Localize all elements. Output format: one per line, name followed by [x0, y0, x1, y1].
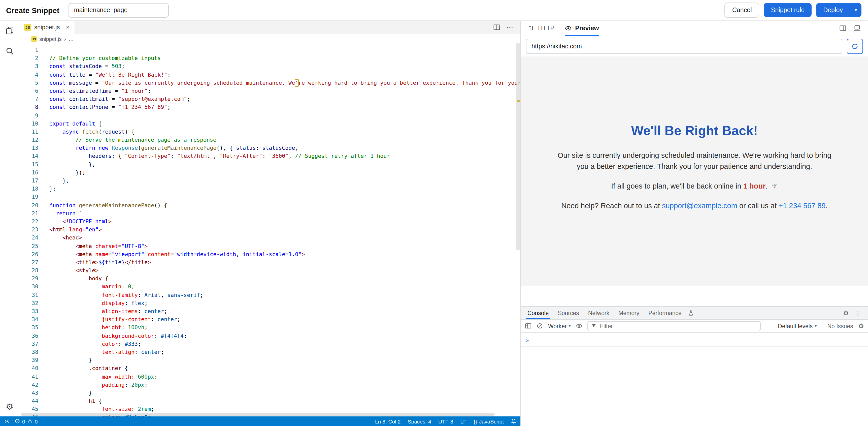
devtools-kebab-menu-icon[interactable]: ⋮ [855, 310, 861, 316]
line-number[interactable]: 11 [19, 128, 38, 136]
line-number[interactable]: 9 [19, 112, 38, 120]
tab-snippet-js[interactable]: JS snippet.js × [19, 20, 75, 34]
settings-gear-icon[interactable]: ⚙ [6, 403, 13, 411]
url-input[interactable] [526, 38, 842, 54]
line-number[interactable]: 32 [19, 300, 38, 308]
line-number[interactable]: 33 [19, 308, 38, 316]
code-line[interactable]: 17 }, [19, 177, 520, 185]
code-line[interactable]: 18}; [19, 185, 520, 193]
line-number[interactable]: 22 [19, 218, 38, 226]
deploy-button[interactable]: Deploy [816, 3, 850, 17]
line-number[interactable]: 42 [19, 381, 38, 389]
code-line[interactable]: 14 headers: { "Content-Type": "text/html… [19, 152, 520, 161]
snippet-rule-button[interactable]: Snippet rule [764, 3, 812, 17]
line-number[interactable]: 5 [19, 79, 38, 87]
code-line[interactable]: 4const title = "We'll Be Right Back!"; [19, 71, 520, 79]
breadcrumb-more[interactable]: … [68, 36, 74, 42]
line-number[interactable]: 39 [19, 357, 38, 365]
panel-layout-icon[interactable] [839, 24, 846, 31]
close-tab-icon[interactable]: × [66, 24, 69, 31]
code-line[interactable]: 29 body { [19, 275, 520, 283]
issues-counter[interactable]: No Issues [827, 323, 853, 329]
console-filter[interactable] [587, 321, 761, 331]
code-line[interactable]: 7const contactEmail = "support@example.c… [19, 95, 520, 103]
device-icon[interactable] [854, 25, 861, 31]
eol-sequence[interactable]: LF [460, 418, 466, 424]
devtools-tab-console[interactable]: Console [523, 307, 553, 319]
code-line[interactable]: 5const message = "Our site is currently … [19, 79, 520, 87]
code-line[interactable]: 39 } [19, 357, 520, 365]
cursor-position[interactable]: Ln 8, Col 2 [375, 418, 401, 424]
code-line[interactable]: 19 [19, 193, 520, 201]
code-line[interactable]: 41 max-width: 600px; [19, 373, 520, 381]
line-number[interactable]: 21 [19, 210, 38, 218]
code-line[interactable]: 37 color: #333; [19, 340, 520, 348]
line-number[interactable]: 1 [19, 47, 38, 54]
line-number[interactable]: 19 [19, 193, 38, 201]
scrollbar-thumb[interactable] [516, 44, 520, 250]
line-number[interactable]: 18 [19, 185, 38, 193]
execution-context-dropdown[interactable]: Worker ▾ [548, 323, 571, 329]
line-number[interactable]: 24 [19, 234, 38, 242]
line-number[interactable]: 28 [19, 267, 38, 275]
code-line[interactable]: 9 [19, 112, 520, 120]
line-number[interactable]: 12 [19, 136, 38, 144]
tab-preview[interactable]: Preview [564, 20, 599, 36]
horizontal-scrollbar[interactable] [21, 413, 514, 416]
code-line[interactable]: 26 <meta name="viewport" content="width=… [19, 250, 520, 258]
console-settings-gear-icon[interactable]: ⚙ [858, 323, 864, 329]
files-icon[interactable] [5, 26, 14, 35]
code-line[interactable]: 15 }, [19, 161, 520, 169]
code-line[interactable]: 31 font-family: Arial, sans-serif; [19, 291, 520, 299]
code-line[interactable]: 25 <meta charset="UTF-8"> [19, 242, 520, 250]
email-link[interactable]: support@example.com [662, 201, 737, 209]
code-line[interactable]: 40 .container { [19, 365, 520, 373]
line-number[interactable]: 37 [19, 340, 38, 348]
code-line[interactable]: 42 padding: 20px; [19, 381, 520, 389]
line-number[interactable]: 40 [19, 365, 38, 373]
line-number[interactable]: 43 [19, 389, 38, 397]
devtools-tab-sources[interactable]: Sources [553, 307, 583, 319]
code-line[interactable]: 13 return new Response(generateMaintenan… [19, 144, 520, 152]
line-number[interactable]: 8 [19, 104, 38, 112]
live-expression-eye-icon[interactable] [576, 323, 582, 329]
code-line[interactable]: 43 } [19, 389, 520, 397]
line-number[interactable]: 6 [19, 87, 38, 95]
line-number[interactable]: 25 [19, 242, 38, 250]
code-line[interactable]: 23<html lang="en"> [19, 226, 520, 234]
code-line[interactable]: 21 return ` [19, 210, 520, 218]
line-number[interactable]: 35 [19, 324, 38, 332]
code-line[interactable]: 28 <style> [19, 267, 520, 275]
line-number[interactable]: 7 [19, 95, 38, 103]
line-number[interactable]: 26 [19, 250, 38, 258]
phone-link[interactable]: +1 234 567 89 [779, 201, 826, 209]
code-line[interactable]: 34 justify-content: center; [19, 316, 520, 324]
code-line[interactable]: 30 margin: 0; [19, 283, 520, 291]
line-number[interactable]: 30 [19, 283, 38, 291]
devtools-tab-memory[interactable]: Memory [614, 307, 644, 319]
encoding[interactable]: UTF-8 [438, 418, 454, 424]
code-line[interactable]: 10export default { [19, 120, 520, 128]
remote-indicator-icon[interactable] [4, 419, 9, 424]
code-line[interactable]: 8const contactPhone = "+1 234 567 89"; [19, 104, 520, 112]
tab-http[interactable]: HTTP [528, 20, 554, 36]
breadcrumb-file[interactable]: snippet.js [39, 36, 62, 42]
line-number[interactable]: 36 [19, 332, 38, 340]
line-number[interactable]: 38 [19, 348, 38, 357]
cancel-button[interactable]: Cancel [725, 2, 760, 18]
language-mode[interactable]: {} JavaScript [473, 418, 504, 424]
problems-indicator[interactable]: 0 0 [14, 418, 37, 424]
code-area[interactable]: 12// Define your customizable inputs3con… [19, 44, 520, 417]
refresh-button[interactable] [847, 38, 863, 54]
deploy-dropdown-button[interactable]: ▾ [850, 3, 862, 17]
code-line[interactable]: 45 font-size: 2rem; [19, 405, 520, 414]
code-line[interactable]: 22 <!DOCTYPE html> [19, 218, 520, 226]
flask-icon[interactable] [686, 307, 696, 319]
log-levels-dropdown[interactable]: Default levels ▾ [778, 323, 817, 329]
code-line[interactable]: 32 display: flex; [19, 300, 520, 308]
devtools-tab-performance[interactable]: Performance [644, 307, 686, 319]
scrollbar-thumb[interactable] [21, 413, 495, 416]
breadcrumb[interactable]: JS snippet.js › … [19, 34, 520, 44]
split-editor-icon[interactable] [493, 24, 500, 31]
code-line[interactable]: 44 h1 { [19, 397, 520, 405]
